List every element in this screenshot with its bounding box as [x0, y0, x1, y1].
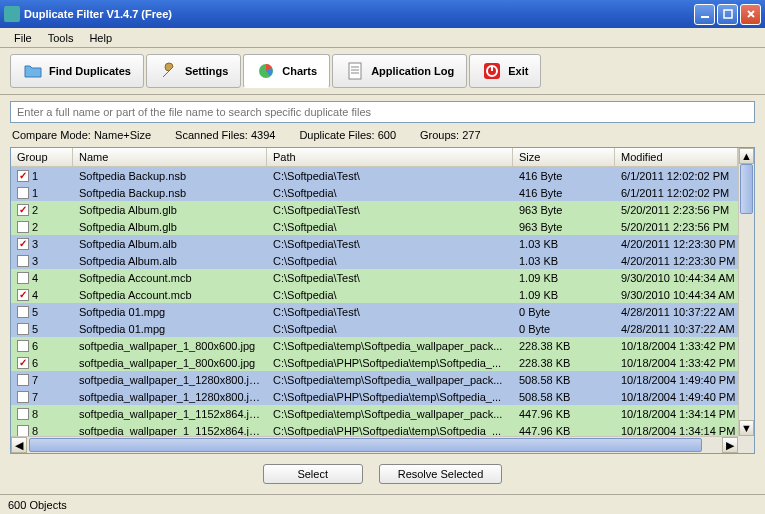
table-row[interactable]: 6softpedia_wallpaper_1_800x600.jpgC:\Sof…	[11, 354, 754, 371]
title-bar: Duplicate Filter V1.4.7 (Free)	[0, 0, 765, 28]
table-row[interactable]: 7softpedia_wallpaper_1_1280x800.jpgC:\So…	[11, 371, 754, 388]
toolbar-label: Find Duplicates	[49, 65, 131, 77]
menu-tools[interactable]: Tools	[40, 30, 82, 46]
table-row[interactable]: 3Softpedia Album.albC:\Softpedia\1.03 KB…	[11, 252, 754, 269]
table-row[interactable]: 4Softpedia Account.mcbC:\Softpedia\1.09 …	[11, 286, 754, 303]
path-value: C:\Softpedia\Test\	[267, 204, 513, 216]
table-row[interactable]: 5Softpedia 01.mpgC:\Softpedia\0 Byte4/28…	[11, 320, 754, 337]
hscroll-thumb[interactable]	[29, 438, 702, 452]
pie-chart-icon	[256, 61, 276, 81]
table-row[interactable]: 2Softpedia Album.glbC:\Softpedia\963 Byt…	[11, 218, 754, 235]
table-row[interactable]: 8softpedia_wallpaper_1_1152x864.jpgC:\So…	[11, 405, 754, 422]
size-value: 447.96 KB	[513, 425, 615, 437]
scroll-corner	[738, 436, 754, 453]
exit-button[interactable]: Exit	[469, 54, 541, 88]
modified-value: 10/18/2004 1:33:42 PM	[615, 357, 754, 369]
row-checkbox[interactable]	[17, 238, 29, 250]
column-header-path[interactable]: Path	[267, 148, 513, 166]
duplicate-files-label: Duplicate Files: 600	[299, 129, 396, 141]
menu-help[interactable]: Help	[81, 30, 120, 46]
scroll-up-icon[interactable]: ▲	[739, 148, 754, 164]
grid-body: 1Softpedia Backup.nsbC:\Softpedia\Test\4…	[11, 167, 754, 453]
table-row[interactable]: 5Softpedia 01.mpgC:\Softpedia\Test\0 Byt…	[11, 303, 754, 320]
close-button[interactable]	[740, 4, 761, 25]
row-checkbox[interactable]	[17, 374, 29, 386]
table-row[interactable]: 3Softpedia Album.albC:\Softpedia\Test\1.…	[11, 235, 754, 252]
name-value: Softpedia 01.mpg	[73, 323, 267, 335]
path-value: C:\Softpedia\	[267, 187, 513, 199]
horizontal-scrollbar[interactable]: ◀ ▶	[11, 436, 738, 453]
group-value: 2	[32, 221, 38, 233]
document-icon	[345, 61, 365, 81]
size-value: 1.03 KB	[513, 255, 615, 267]
modified-value: 4/28/2011 10:37:22 AM	[615, 306, 754, 318]
row-checkbox[interactable]	[17, 408, 29, 420]
row-checkbox[interactable]	[17, 357, 29, 369]
table-row[interactable]: 7softpedia_wallpaper_1_1280x800.jpgC:\So…	[11, 388, 754, 405]
path-value: C:\Softpedia\	[267, 323, 513, 335]
row-checkbox[interactable]	[17, 340, 29, 352]
vertical-scrollbar[interactable]: ▲ ▼	[738, 148, 754, 436]
row-checkbox[interactable]	[17, 323, 29, 335]
power-icon	[482, 61, 502, 81]
scroll-right-icon[interactable]: ▶	[722, 437, 738, 453]
scroll-left-icon[interactable]: ◀	[11, 437, 27, 453]
settings-button[interactable]: Settings	[146, 54, 241, 88]
status-objects: 600 Objects	[8, 499, 67, 511]
modified-value: 9/30/2010 10:44:34 AM	[615, 289, 754, 301]
group-value: 4	[32, 272, 38, 284]
table-row[interactable]: 2Softpedia Album.glbC:\Softpedia\Test\96…	[11, 201, 754, 218]
group-value: 8	[32, 425, 38, 437]
grid-header: Group Name Path Size Modified	[11, 148, 754, 167]
row-checkbox[interactable]	[17, 204, 29, 216]
row-checkbox[interactable]	[17, 425, 29, 437]
size-value: 1.03 KB	[513, 238, 615, 250]
column-header-modified[interactable]: Modified	[615, 148, 738, 166]
search-input[interactable]	[10, 101, 755, 123]
column-header-name[interactable]: Name	[73, 148, 267, 166]
table-row[interactable]: 6softpedia_wallpaper_1_800x600.jpgC:\Sof…	[11, 337, 754, 354]
row-checkbox[interactable]	[17, 187, 29, 199]
scroll-down-icon[interactable]: ▼	[739, 420, 754, 436]
path-value: C:\Softpedia\Test\	[267, 306, 513, 318]
maximize-button[interactable]	[717, 4, 738, 25]
toolbar-label: Settings	[185, 65, 228, 77]
path-value: C:\Softpedia\Test\	[267, 238, 513, 250]
column-header-size[interactable]: Size	[513, 148, 615, 166]
name-value: softpedia_wallpaper_1_1280x800.jpg	[73, 374, 267, 386]
row-checkbox[interactable]	[17, 306, 29, 318]
name-value: Softpedia 01.mpg	[73, 306, 267, 318]
application-log-button[interactable]: Application Log	[332, 54, 467, 88]
name-value: Softpedia Backup.nsb	[73, 170, 267, 182]
row-checkbox[interactable]	[17, 289, 29, 301]
row-checkbox[interactable]	[17, 272, 29, 284]
row-checkbox[interactable]	[17, 170, 29, 182]
path-value: C:\Softpedia\Test\	[267, 170, 513, 182]
modified-value: 10/18/2004 1:34:14 PM	[615, 425, 754, 437]
name-value: Softpedia Album.alb	[73, 255, 267, 267]
size-value: 0 Byte	[513, 323, 615, 335]
name-value: softpedia_wallpaper_1_800x600.jpg	[73, 357, 267, 369]
name-value: Softpedia Account.mcb	[73, 272, 267, 284]
window-title: Duplicate Filter V1.4.7 (Free)	[24, 8, 694, 20]
table-row[interactable]: 1Softpedia Backup.nsbC:\Softpedia\Test\4…	[11, 167, 754, 184]
folder-search-icon	[23, 61, 43, 81]
size-value: 228.38 KB	[513, 340, 615, 352]
group-value: 7	[32, 374, 38, 386]
path-value: C:\Softpedia\	[267, 255, 513, 267]
charts-button[interactable]: Charts	[243, 54, 330, 88]
resolve-selected-button[interactable]: Resolve Selected	[379, 464, 503, 484]
column-header-group[interactable]: Group	[11, 148, 73, 166]
menu-file[interactable]: File	[6, 30, 40, 46]
row-checkbox[interactable]	[17, 221, 29, 233]
table-row[interactable]: 1Softpedia Backup.nsbC:\Softpedia\416 By…	[11, 184, 754, 201]
find-duplicates-button[interactable]: Find Duplicates	[10, 54, 144, 88]
select-button[interactable]: Select	[263, 464, 363, 484]
row-checkbox[interactable]	[17, 391, 29, 403]
modified-value: 10/18/2004 1:33:42 PM	[615, 340, 754, 352]
path-value: C:\Softpedia\PHP\Softpedia\temp\Softpedi…	[267, 425, 513, 437]
minimize-button[interactable]	[694, 4, 715, 25]
row-checkbox[interactable]	[17, 255, 29, 267]
vscroll-thumb[interactable]	[740, 164, 753, 214]
table-row[interactable]: 4Softpedia Account.mcbC:\Softpedia\Test\…	[11, 269, 754, 286]
